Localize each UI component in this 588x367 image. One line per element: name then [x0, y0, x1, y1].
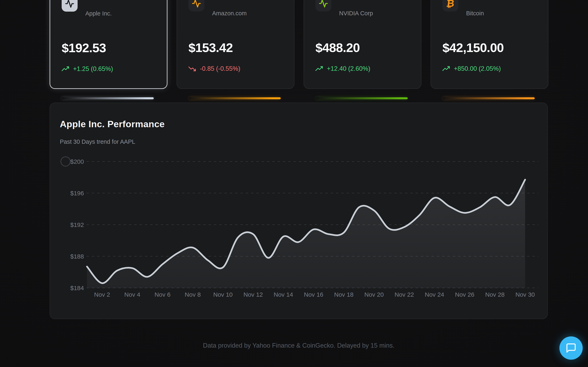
- activity-icon: [62, 0, 78, 12]
- svg-text:Nov 16: Nov 16: [304, 291, 323, 298]
- asset-name: NVIDIA Corp: [339, 10, 373, 17]
- price-change: -0.85 (-0.55%): [189, 65, 283, 72]
- loading-ring: [61, 157, 70, 166]
- svg-text:Nov 6: Nov 6: [155, 291, 171, 298]
- trend-up-icon: [62, 65, 69, 73]
- accent-bar-nvidia: [316, 97, 408, 99]
- bitcoin-icon: ₿: [442, 0, 458, 11]
- stock-card-apple[interactable]: Apple Inc. $192.53 +1.25 (0.65%): [50, 0, 167, 89]
- change-label: +1.25 (0.65%): [73, 65, 113, 73]
- stock-card-amazon[interactable]: Amazon.com $153.42 -0.85 (-0.55%): [177, 0, 294, 89]
- card-header: Apple Inc.: [62, 0, 155, 12]
- svg-text:Nov 18: Nov 18: [334, 291, 354, 298]
- trend-down-icon: [189, 65, 196, 72]
- svg-text:$196: $196: [70, 190, 84, 197]
- svg-text:$200: $200: [70, 158, 84, 165]
- trend-up-icon: [442, 65, 450, 72]
- price-change: +1.25 (0.65%): [62, 65, 155, 73]
- data-attribution: Data provided by Yahoo Finance & CoinGec…: [50, 342, 548, 349]
- svg-text:Nov 8: Nov 8: [185, 291, 201, 298]
- asset-price: $153.42: [189, 40, 283, 55]
- svg-text:$192: $192: [70, 221, 84, 228]
- svg-text:$188: $188: [70, 253, 84, 260]
- svg-text:$184: $184: [70, 285, 84, 291]
- accent-bar-bitcoin: [443, 97, 535, 99]
- card-header: Amazon.com: [189, 0, 283, 11]
- accent-bar-apple: [62, 97, 154, 99]
- svg-text:Nov 20: Nov 20: [364, 291, 384, 298]
- asset-name: Apple Inc.: [85, 10, 112, 17]
- change-label: +850.00 (2.05%): [454, 65, 501, 72]
- asset-name: Amazon.com: [212, 10, 247, 17]
- chart-canvas[interactable]: $200$196$192$188$184Nov 2Nov 4Nov 6Nov 8…: [60, 149, 538, 304]
- change-label: -0.85 (-0.55%): [200, 65, 240, 72]
- activity-icon: [315, 0, 331, 11]
- change-label: +12.40 (2.60%): [327, 65, 370, 72]
- svg-text:Nov 24: Nov 24: [425, 291, 444, 298]
- svg-text:Nov 26: Nov 26: [455, 291, 474, 298]
- svg-text:Nov 30: Nov 30: [515, 291, 535, 298]
- stock-card-nvidia[interactable]: NVIDIA Corp $488.20 +12.40 (2.60%): [303, 0, 421, 89]
- svg-text:Nov 2: Nov 2: [94, 291, 110, 298]
- asset-price: $192.53: [62, 41, 155, 55]
- svg-text:Nov 22: Nov 22: [394, 291, 414, 298]
- card-header: NVIDIA Corp: [315, 0, 410, 11]
- svg-text:Nov 28: Nov 28: [485, 291, 504, 298]
- asset-name: Bitcoin: [466, 10, 484, 17]
- activity-icon: [189, 0, 204, 11]
- chart-subtitle: Past 30 Days trend for AAPL: [60, 138, 537, 145]
- asset-price: $42,150.00: [442, 40, 536, 55]
- stock-cards-row: Apple Inc. $192.53 +1.25 (0.65%) Amazon.…: [50, 0, 548, 89]
- stock-card-bitcoin[interactable]: ₿ Bitcoin $42,150.00 +850.00 (2.05%): [431, 0, 548, 89]
- accent-bar-amazon: [189, 97, 281, 99]
- trend-up-icon: [315, 65, 323, 72]
- performance-chart-card: Apple Inc. Performance Past 30 Days tren…: [50, 103, 548, 319]
- svg-text:Nov 4: Nov 4: [124, 291, 140, 298]
- accent-bars-row: [50, 97, 548, 99]
- asset-price: $488.20: [315, 40, 410, 55]
- svg-text:Nov 10: Nov 10: [213, 291, 233, 298]
- svg-text:Nov 14: Nov 14: [274, 291, 293, 298]
- chat-bubble-icon: [566, 342, 577, 354]
- line-chart[interactable]: $200$196$192$188$184Nov 2Nov 4Nov 6Nov 8…: [60, 149, 537, 304]
- card-header: ₿ Bitcoin: [442, 0, 536, 11]
- chart-title: Apple Inc. Performance: [60, 119, 537, 129]
- chat-fab-button[interactable]: [559, 336, 583, 360]
- dashboard-page: Apple Inc. $192.53 +1.25 (0.65%) Amazon.…: [50, 0, 548, 349]
- price-change: +12.40 (2.60%): [315, 65, 410, 72]
- svg-text:Nov 12: Nov 12: [243, 291, 263, 298]
- price-change: +850.00 (2.05%): [442, 65, 536, 72]
